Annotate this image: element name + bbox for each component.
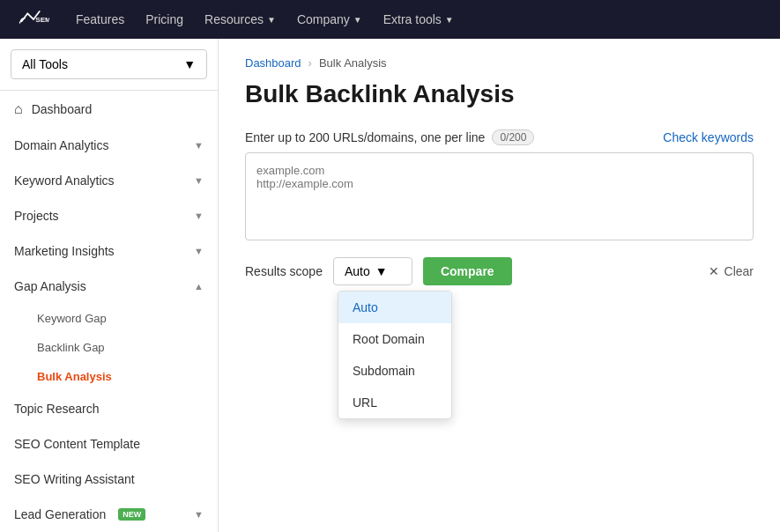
sidebar-item-gap-analysis[interactable]: Gap Analysis ▲ [0, 269, 218, 304]
logo[interactable]: SEMrush [18, 7, 49, 32]
input-label-text: Enter up to 200 URLs/domains, one per li… [245, 130, 485, 144]
check-keywords-link[interactable]: Check keywords [663, 130, 754, 144]
input-label: Enter up to 200 URLs/domains, one per li… [245, 129, 534, 145]
sidebar-item-domain-analytics-label: Domain Analytics [14, 138, 108, 152]
dropdown-option-url[interactable]: URL [338, 387, 451, 418]
chevron-down-icon: ▼ [194, 211, 204, 221]
nav-company[interactable]: Company ▼ [297, 12, 362, 26]
sidebar-item-lead-generation-label: Lead Generation [14, 507, 106, 521]
nav-pricing[interactable]: Pricing [145, 12, 183, 26]
input-label-row: Enter up to 200 URLs/domains, one per li… [245, 129, 754, 145]
chevron-down-icon: ▼ [353, 15, 362, 25]
sidebar-sub-backlink-gap[interactable]: Backlink Gap [0, 333, 218, 362]
breadcrumb-home[interactable]: Dashboard [245, 56, 301, 70]
sidebar-item-keyword-analytics-label: Keyword Analytics [14, 174, 115, 188]
sidebar-sub-bulk-analysis[interactable]: Bulk Analysis [0, 362, 218, 391]
chevron-down-icon: ▼ [194, 509, 204, 520]
sidebar-item-marketing-insights[interactable]: Marketing Insights ▼ [0, 233, 218, 269]
sidebar-item-seo-writing-assistant-label: SEO Writing Assistant [14, 472, 135, 486]
sidebar-item-keyword-analytics[interactable]: Keyword Analytics ▼ [0, 163, 218, 198]
sidebar-item-dashboard-label: Dashboard [32, 102, 93, 116]
top-navigation: SEMrush Features Pricing Resources ▼ Com… [0, 0, 780, 39]
dropdown-option-auto[interactable]: Auto [338, 292, 451, 323]
breadcrumb-current: Bulk Analysis [319, 56, 387, 70]
nav-links: Features Pricing Resources ▼ Company ▼ E… [76, 12, 454, 26]
chevron-down-icon: ▼ [445, 15, 454, 25]
chevron-down-icon: ▼ [183, 57, 196, 71]
sidebar-item-marketing-insights-label: Marketing Insights [14, 244, 115, 258]
dropdown-option-subdomain[interactable]: Subdomain [338, 355, 451, 387]
chevron-up-icon: ▲ [194, 281, 204, 292]
chevron-down-icon: ▼ [267, 15, 276, 25]
count-badge: 0/200 [492, 129, 534, 145]
chevron-down-icon: ▼ [375, 264, 388, 278]
chevron-down-icon: ▼ [194, 246, 204, 256]
clear-label: Clear [724, 264, 754, 278]
clear-button[interactable]: ✕ Clear [709, 264, 754, 278]
url-textarea[interactable] [245, 152, 754, 240]
home-icon: ⌂ [14, 101, 23, 117]
sidebar-item-lead-generation[interactable]: Lead Generation NEW ▼ [0, 497, 218, 532]
sidebar-item-seo-writing-assistant[interactable]: SEO Writing Assistant [0, 462, 218, 497]
new-badge: NEW [118, 508, 145, 521]
nav-extra-tools[interactable]: Extra tools ▼ [383, 12, 454, 26]
scope-row: Results scope Auto ▼ Compare Auto Root D… [245, 257, 754, 285]
sidebar-item-topic-research[interactable]: Topic Research [0, 391, 218, 426]
sidebar-sub-keyword-gap[interactable]: Keyword Gap [0, 304, 218, 333]
svg-text:SEMrush: SEMrush [35, 16, 49, 24]
sidebar: All Tools ▼ ⌂ Dashboard Domain Analytics… [0, 39, 219, 532]
breadcrumb: Dashboard › Bulk Analysis [245, 56, 754, 70]
main-layout: All Tools ▼ ⌂ Dashboard Domain Analytics… [0, 39, 780, 532]
tools-dropdown[interactable]: All Tools ▼ [11, 49, 207, 79]
sidebar-item-gap-analysis-label: Gap Analysis [14, 279, 86, 293]
compare-button[interactable]: Compare [423, 257, 512, 285]
page-title: Bulk Backlink Analysis [245, 80, 754, 108]
sidebar-item-seo-content-template[interactable]: SEO Content Template [0, 426, 218, 462]
scope-dropdown-menu: Auto Root Domain Subdomain URL [338, 291, 452, 419]
nav-features[interactable]: Features [76, 12, 124, 26]
main-content: Dashboard › Bulk Analysis Bulk Backlink … [219, 39, 780, 532]
scope-label: Results scope [245, 264, 323, 278]
chevron-down-icon: ▼ [194, 140, 204, 151]
nav-resources[interactable]: Resources ▼ [204, 12, 276, 26]
scope-selected-value: Auto [345, 264, 370, 278]
sidebar-item-domain-analytics[interactable]: Domain Analytics ▼ [0, 128, 218, 163]
sidebar-item-projects[interactable]: Projects ▼ [0, 198, 218, 233]
sidebar-item-seo-content-template-label: SEO Content Template [14, 437, 140, 451]
breadcrumb-separator: › [308, 56, 312, 70]
scope-dropdown[interactable]: Auto ▼ [333, 257, 412, 285]
tools-selector[interactable]: All Tools ▼ [0, 39, 218, 91]
sidebar-item-dashboard[interactable]: ⌂ Dashboard [0, 91, 218, 128]
sidebar-item-projects-label: Projects [14, 209, 59, 223]
tools-dropdown-label: All Tools [22, 57, 68, 71]
sidebar-item-topic-research-label: Topic Research [14, 402, 100, 416]
x-icon: ✕ [709, 264, 719, 278]
chevron-down-icon: ▼ [194, 175, 204, 186]
dropdown-option-root-domain[interactable]: Root Domain [338, 323, 451, 355]
